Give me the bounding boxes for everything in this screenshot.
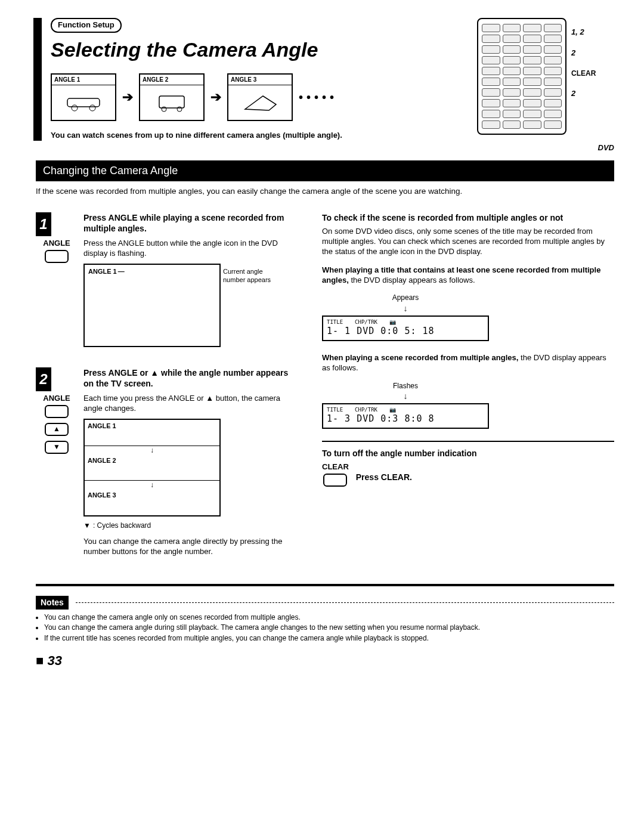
step1-text: Press the ANGLE button while the angle i… [83,239,298,259]
step-1: 1 ANGLE Press ANGLE while playing a scen… [36,212,298,347]
osd-stack: ANGLE 1 ↓ ANGLE 2 ↓ ANGLE 3 [83,419,221,516]
display-caption-appears: Appears↓ [322,293,489,314]
when-scene-text: When playing a scene recorded from multi… [322,353,614,373]
angle-button-icon [45,250,69,263]
page-header: Function Setup Selecting the Camera Angl… [36,18,614,141]
check-heading: To check if the scene is recorded from m… [322,212,614,223]
function-setup-tag: Function Setup [51,18,122,33]
svg-rect-0 [67,98,100,107]
press-clear-text: Press CLEAR. [356,472,412,482]
angle-button-icon [45,405,69,418]
remote-control-icon [477,18,566,135]
callout-2b: 2 [571,89,596,99]
key-label-angle: ANGLE [36,394,78,404]
svg-point-1 [72,105,78,111]
info-column: To check if the scene is recorded from m… [322,212,614,577]
up-button-icon: ▲ [45,423,69,436]
remote-callouts: 1, 2 2 CLEAR 2 [571,18,596,99]
dvd-display-2: TITLECHP/TRK📷 1- 3 DVD 0:3 8:0 8 [322,403,489,429]
callout-1-2: 1, 2 [571,27,596,38]
when-title-text: When playing a title that contains at le… [322,265,614,286]
check-text: On some DVD video discs, only some scene… [322,227,614,257]
note-item: You can change the camera angle during s… [44,623,614,633]
intro-text: You can watch scenes from up to nine dif… [51,131,465,141]
cycles-backward-note: : Cycles backward [83,521,298,531]
steps-column: 1 ANGLE Press ANGLE while playing a scen… [36,212,298,577]
step-number: 1 [36,212,51,236]
notes-header: Notes [36,596,614,609]
note-item: If the current title has scenes recorded… [44,634,614,644]
osd-preview-box: ANGLE 1 Current angle number appears [83,264,221,347]
dvd-logo: DVD [36,143,614,153]
step-2: 2 ANGLE ▲ ▼ Press ANGLE or ▲ while the a… [36,367,298,557]
callout-clear: CLEAR [571,69,596,79]
turnoff-heading: To turn off the angle number indication [322,448,614,459]
clear-button-icon [323,474,347,487]
notes-list: You can change the camera angle only on … [36,613,614,644]
step2-para: You can change the camera angle directly… [83,537,298,557]
clear-instruction: CLEAR Press CLEAR. [322,462,614,491]
car-icon [52,85,115,120]
angle-box-1: ANGLE 1 [51,73,116,121]
section-intro: If the scene was recorded from multiple … [36,186,614,197]
osd-callout: Current angle number appears [219,267,285,284]
angle-box-3: ANGLE 3 [227,73,293,121]
angle-box-2: ANGLE 2 [139,73,205,121]
section-heading: Changing the Camera Angle [36,160,614,181]
ellipsis-icon: ••••• [299,89,338,105]
car-icon [228,85,292,120]
svg-point-5 [177,107,182,112]
arrow-icon: ➔ [122,89,133,106]
svg-rect-3 [159,96,184,108]
note-item: You can change the camera angle only on … [44,613,614,623]
dvd-display-1: TITLECHP/TRK📷 1- 1 DVD 0:0 5: 18 [322,315,489,341]
step1-title: Press ANGLE while playing a scene record… [83,212,298,234]
key-label-angle: ANGLE [36,239,78,249]
car-icon [140,85,203,120]
callout-2: 2 [571,48,596,58]
step2-text: Each time you press the ANGLE or ▲ butto… [83,394,298,414]
notes-tag: Notes [36,596,69,609]
svg-marker-6 [245,96,276,110]
step2-title: Press ANGLE or ▲ while the angle number … [83,367,298,389]
down-button-icon: ▼ [45,441,69,454]
arrow-icon: ➔ [210,89,221,106]
key-label-clear: CLEAR [322,462,349,472]
remote-diagram: 1, 2 2 CLEAR 2 [477,18,614,135]
svg-point-4 [162,107,166,112]
step-number: 2 [36,367,51,391]
svg-point-2 [89,105,95,111]
display-caption-flashes: Flashes↓ [322,382,489,402]
page-title: Selecting the Camera Angle [51,36,465,63]
page-number: 33 [36,652,614,670]
header-left: Function Setup Selecting the Camera Angl… [36,18,465,141]
angle-illustration-row: ANGLE 1 ➔ ANGLE 2 ➔ ANGLE 3 ••••• [51,73,465,121]
